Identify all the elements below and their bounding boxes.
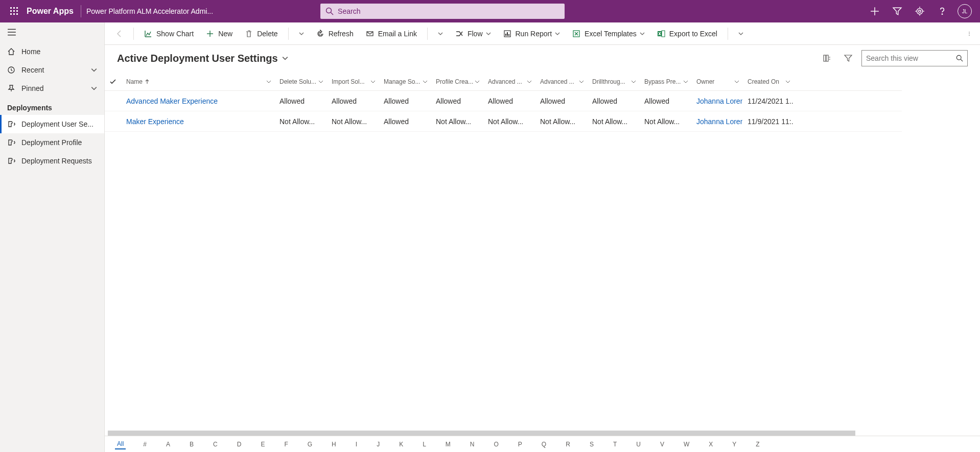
- jump-letter[interactable]: #: [141, 440, 149, 449]
- record-name-link[interactable]: Maker Experience: [126, 117, 184, 126]
- jump-letter[interactable]: C: [211, 440, 220, 449]
- jump-letter[interactable]: P: [516, 440, 524, 449]
- refresh-button[interactable]: Refresh: [311, 22, 359, 45]
- export-excel-button[interactable]: Export to Excel: [652, 22, 722, 45]
- flow-button[interactable]: Flow: [450, 22, 496, 45]
- jump-letter[interactable]: J: [375, 440, 382, 449]
- puzzle-icon: [7, 157, 15, 165]
- jump-letter[interactable]: Z: [754, 440, 761, 449]
- jump-letter[interactable]: K: [397, 440, 405, 449]
- email-link-button[interactable]: Email a Link: [361, 22, 422, 45]
- col-bypass-pre[interactable]: Bypass Pre...: [639, 78, 691, 85]
- owner-link[interactable]: Johanna Lorenz: [696, 117, 742, 126]
- search-icon: [325, 7, 334, 15]
- jump-letter[interactable]: W: [682, 440, 691, 449]
- global-search-input[interactable]: [338, 7, 559, 15]
- jump-letter[interactable]: Q: [540, 440, 548, 449]
- add-button[interactable]: [864, 0, 886, 22]
- puzzle-icon: [7, 138, 15, 147]
- jump-letter[interactable]: X: [707, 440, 715, 449]
- col-advanced-2[interactable]: Advanced ...: [535, 78, 587, 85]
- help-icon[interactable]: [931, 0, 953, 22]
- view-search[interactable]: [861, 50, 968, 66]
- edit-columns-button[interactable]: [819, 50, 835, 66]
- overflow-menu[interactable]: [962, 22, 977, 45]
- nav-deployment-user-settings[interactable]: Deployment User Se...: [0, 115, 104, 133]
- cell-value: Allowed: [274, 97, 326, 105]
- cell-value: Allowed: [431, 97, 483, 105]
- delete-split[interactable]: [294, 22, 309, 45]
- nav-deployment-profile[interactable]: Deployment Profile: [0, 133, 104, 152]
- jump-letter[interactable]: U: [634, 440, 643, 449]
- back-button[interactable]: [111, 30, 128, 38]
- nav-recent[interactable]: Recent: [0, 61, 104, 79]
- record-name-link[interactable]: Advanced Maker Experience: [126, 97, 218, 105]
- jump-letter[interactable]: G: [306, 440, 314, 449]
- cell-value: Not Allow...: [483, 117, 535, 126]
- view-selector[interactable]: Active Deployment User Settings: [117, 53, 288, 64]
- jump-letter[interactable]: L: [421, 440, 428, 449]
- app-name-label[interactable]: Power Platform ALM Accelerator Admi...: [86, 7, 213, 15]
- nav-deployment-requests[interactable]: Deployment Requests: [0, 152, 104, 170]
- brand-label[interactable]: Power Apps: [25, 7, 79, 16]
- user-avatar[interactable]: JL: [958, 4, 972, 18]
- svg-point-37: [969, 35, 970, 36]
- cell-value: Allowed: [379, 97, 431, 105]
- svg-rect-3: [10, 10, 12, 12]
- nav-home[interactable]: Home: [0, 42, 104, 61]
- jump-letter[interactable]: I: [354, 440, 359, 449]
- hamburger-icon[interactable]: [0, 22, 104, 42]
- run-report-button[interactable]: Run Report: [498, 22, 566, 45]
- refresh-icon: [316, 30, 324, 38]
- jump-letter[interactable]: A: [164, 440, 172, 449]
- jump-letter[interactable]: R: [564, 440, 572, 449]
- col-owner[interactable]: Owner: [691, 78, 742, 85]
- filter-icon[interactable]: [886, 0, 908, 22]
- view-search-input[interactable]: [866, 54, 956, 62]
- excel-templates-button[interactable]: Excel Templates: [567, 22, 650, 45]
- waffle-icon[interactable]: [4, 0, 25, 22]
- col-drillthroug[interactable]: Drillthroug...: [587, 78, 639, 85]
- select-all[interactable]: [105, 79, 121, 85]
- col-import-sol[interactable]: Import Sol...: [326, 78, 379, 85]
- col-manage-so[interactable]: Manage So...: [379, 78, 431, 85]
- jump-letter[interactable]: N: [468, 440, 477, 449]
- jump-letter[interactable]: E: [259, 440, 267, 449]
- jump-letter[interactable]: S: [588, 440, 596, 449]
- show-chart-button[interactable]: Show Chart: [139, 22, 199, 45]
- jump-letter[interactable]: V: [658, 440, 666, 449]
- cell-value: Allowed: [639, 97, 691, 105]
- jump-letter[interactable]: B: [188, 440, 196, 449]
- svg-marker-40: [845, 55, 852, 61]
- jump-letter[interactable]: M: [444, 440, 453, 449]
- jump-letter[interactable]: D: [235, 440, 244, 449]
- global-search[interactable]: [320, 4, 565, 19]
- data-grid: Name Delete Solu... Import Sol... Manage…: [105, 73, 902, 132]
- table-row[interactable]: Maker Experience Not Allow... Not Allow.…: [105, 111, 902, 132]
- jump-letter[interactable]: F: [282, 440, 290, 449]
- email-split[interactable]: [433, 22, 448, 45]
- col-created-on[interactable]: Created On: [742, 78, 794, 85]
- nav-pinned[interactable]: Pinned: [0, 79, 104, 98]
- col-advanced-1[interactable]: Advanced ...: [483, 78, 535, 85]
- svg-rect-5: [16, 10, 18, 12]
- export-split[interactable]: [733, 22, 749, 45]
- jump-letter[interactable]: O: [492, 440, 501, 449]
- chevron-down-icon: [318, 79, 323, 84]
- chevron-down-icon: [370, 79, 376, 84]
- table-row[interactable]: Advanced Maker Experience Allowed Allowe…: [105, 91, 902, 111]
- svg-rect-0: [10, 7, 12, 9]
- filter-button[interactable]: [840, 50, 856, 66]
- new-button[interactable]: New: [201, 22, 238, 45]
- jump-letter[interactable]: All: [115, 439, 126, 449]
- col-profile-crea[interactable]: Profile Crea...: [431, 78, 483, 85]
- delete-button[interactable]: Delete: [240, 22, 283, 45]
- gear-icon[interactable]: [908, 0, 931, 22]
- horizontal-scrollbar[interactable]: [108, 431, 977, 436]
- jump-letter[interactable]: Y: [730, 440, 738, 449]
- owner-link[interactable]: Johanna Lorenz: [696, 97, 742, 105]
- col-delete-solu[interactable]: Delete Solu...: [274, 78, 326, 85]
- jump-letter[interactable]: H: [330, 440, 338, 449]
- jump-letter[interactable]: T: [611, 440, 619, 449]
- col-name[interactable]: Name: [121, 78, 274, 85]
